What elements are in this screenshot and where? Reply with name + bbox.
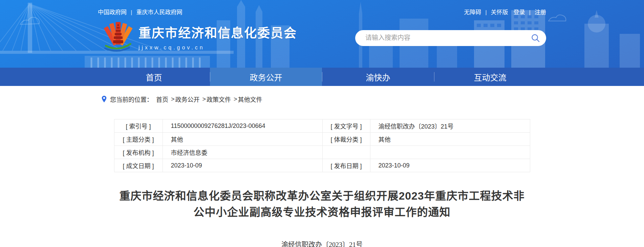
nav-item-home[interactable]: 首页 (98, 68, 210, 86)
meta-label-issuing-agency: [ 发布机构 ] (114, 146, 163, 159)
meta-label-genre-class: [ 体裁分类 ] (322, 133, 370, 146)
site-header: 中国政府网|重庆市人民政府网 无障碍|关怀版登录|注册 (0, 0, 644, 68)
meta-value-publish-date: 2023-10-09 (370, 159, 530, 172)
document-number: 渝经信职改办〔2023〕21号 (98, 239, 546, 247)
table-row: [ 成文日期 ] 2023-10-09 [ 发布日期 ] 2023-10-09 (114, 159, 530, 172)
meta-value-issuing-agency: 市经济信息委 (163, 146, 322, 159)
nav-item-gov-info[interactable]: 政务公开 (210, 68, 322, 86)
top-links-right: 无障碍|关怀版登录|注册 (464, 7, 546, 16)
search-box (355, 30, 546, 46)
breadcrumb-other-files[interactable]: 其他文件 (238, 95, 262, 104)
meta-value-subject-class: 其他 (163, 133, 322, 146)
meta-label-doc-symbol: [ 发文字号 ] (322, 119, 370, 133)
breadcrumb-separator: > (171, 96, 175, 103)
table-row: [ 主题分类 ] 其他 [ 体裁分类 ] 其他 (114, 133, 530, 146)
top-link-separator: | (485, 9, 487, 16)
nav-item-interaction[interactable]: 互动交流 (434, 68, 546, 86)
meta-label-subject-class: [ 主题分类 ] (114, 133, 163, 146)
meta-label-written-date: [ 成文日期 ] (114, 159, 163, 172)
site-brand[interactable]: 重庆市经济和信息化委员会 jjxxw.cq.gov.cn (98, 22, 297, 52)
meta-value-doc-symbol: 渝经信职改办〔2023〕21号 (370, 119, 530, 133)
top-links-row: 中国政府网|重庆市人民政府网 无障碍|关怀版登录|注册 (98, 0, 546, 16)
site-title: 重庆市经济和信息化委员会 (138, 23, 297, 41)
page-content: 您当前的位置： 首页 > 政务公开 > 政策文件 > 其他文件 [ 索引号 ] … (98, 95, 546, 247)
breadcrumb-gov-info[interactable]: 政务公开 (175, 95, 200, 104)
table-row: [ 发布机构 ] 市经济信息委 (114, 146, 530, 159)
site-logo-icon (104, 22, 132, 52)
breadcrumb-policy-files[interactable]: 政策文件 (207, 95, 231, 104)
search-input[interactable] (355, 34, 546, 42)
link-cq-gov[interactable]: 重庆市人民政府网 (136, 9, 182, 16)
meta-label-empty (322, 146, 370, 159)
meta-label-publish-date: [ 发布日期 ] (322, 159, 370, 172)
meta-value-genre-class: 其他 (370, 133, 530, 146)
link-register[interactable]: 注册 (535, 9, 546, 16)
link-accessibility[interactable]: 无障碍 (464, 9, 481, 16)
meta-label-index-no: [ 索引号 ] (114, 119, 163, 133)
table-row: [ 索引号 ] 11500000009276281J/2023-00664 [ … (114, 119, 530, 133)
breadcrumb-home[interactable]: 首页 (156, 95, 168, 104)
link-login[interactable]: 登录 (514, 9, 525, 16)
top-links-left: 中国政府网|重庆市人民政府网 (98, 7, 182, 16)
top-link-separator: | (529, 9, 531, 16)
meta-value-written-date: 2023-10-09 (163, 159, 322, 172)
meta-value-index-no: 11500000009276281J/2023-00664 (163, 119, 322, 133)
document-meta-table: [ 索引号 ] 11500000009276281J/2023-00664 [ … (114, 119, 530, 172)
location-pin-icon (101, 95, 107, 103)
meta-value-empty (370, 146, 530, 159)
document-title: 重庆市经济和信息化委员会职称改革办公室关于组织开展2023年重庆市工程技术非公中… (114, 188, 530, 220)
search-icon[interactable] (531, 33, 540, 43)
breadcrumb: 您当前的位置： 首页 > 政务公开 > 政策文件 > 其他文件 (98, 95, 546, 104)
main-nav: 首页 政务公开 渝快办 互动交流 (0, 68, 644, 86)
breadcrumb-separator: > (234, 96, 237, 103)
nav-item-yukuaiban[interactable]: 渝快办 (322, 68, 434, 86)
breadcrumb-separator: > (202, 96, 206, 103)
site-url: jjxxw.cq.gov.cn (138, 45, 297, 51)
link-china-gov[interactable]: 中国政府网 (98, 9, 127, 16)
breadcrumb-label: 您当前的位置： (110, 95, 153, 104)
link-care-version[interactable]: 关怀版 (491, 9, 508, 16)
top-link-separator: | (131, 9, 132, 16)
